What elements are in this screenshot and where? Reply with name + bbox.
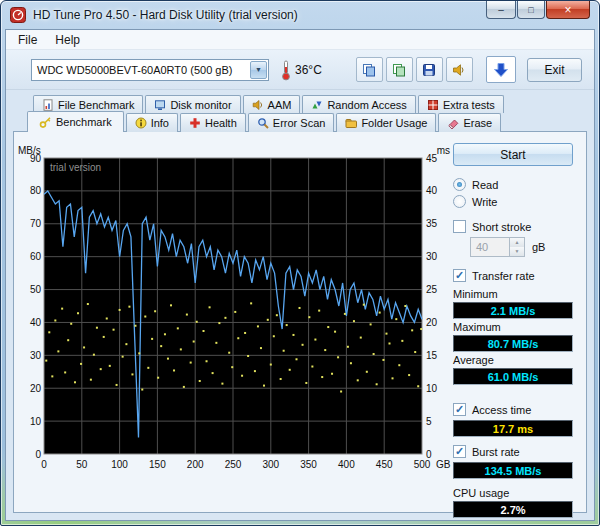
access-time-dot [125,343,127,345]
tab-aam[interactable]: AAM [243,95,301,113]
cpu-usage-value: 2.7% [453,501,573,518]
svg-text:20: 20 [30,383,42,394]
access-time-dot [106,317,108,319]
chevron-down-icon[interactable]: ▼ [250,61,267,79]
tab-disk-monitor[interactable]: Disk monitor [145,95,240,113]
access-time-dot [331,373,333,375]
maximize-button[interactable]: □ [517,1,545,19]
svg-text:350: 350 [300,459,317,470]
close-button[interactable]: × [546,1,590,19]
disk-monitor-icon [154,99,166,111]
transfer-rate-checkbox[interactable]: ✓ [453,269,466,282]
tab-label: Health [205,117,237,129]
copy-image-button[interactable] [356,57,383,82]
access-time-dot [286,324,288,326]
burst-rate-label: Burst rate [472,446,520,458]
access-time-dot [221,383,223,385]
short-stroke-unit: gB [532,241,545,253]
menu-file[interactable]: File [9,32,46,48]
svg-text:30: 30 [30,350,42,361]
folder-icon [345,117,357,129]
access-time-dot [54,319,56,321]
access-time-dot [164,333,166,335]
read-radio[interactable] [453,178,466,191]
access-time-dot [45,360,47,362]
random-access-icon [311,99,323,111]
average-label: Average [453,354,581,367]
access-time-dot [144,316,146,318]
exit-button[interactable]: Exit [527,58,582,82]
access-time-dot [337,356,339,358]
svg-text:30: 30 [426,251,438,262]
tab-label: Info [151,117,169,129]
svg-text:0: 0 [426,449,432,460]
drive-select-combobox[interactable]: WDC WD5000BEVT-60A0RT0 (500 gB) ▼ [31,59,269,81]
health-cross-icon [189,117,201,129]
svg-text:200: 200 [187,459,204,470]
svg-text:40: 40 [30,317,42,328]
read-label: Read [472,179,498,191]
temperature-indicator: 36°C [280,59,322,81]
temperature-value: 36°C [295,63,322,77]
access-time-dot [218,322,220,324]
transfer-rate-label: Transfer rate [472,270,535,282]
tab-folder-usage[interactable]: Folder Usage [336,113,436,132]
access-time-dot [237,337,239,339]
maximum-label: Maximum [453,321,581,334]
access-time-dot [247,355,249,357]
access-time-dot [363,304,365,306]
svg-text:35: 35 [426,218,438,229]
spin-down-button[interactable]: ▼ [510,247,524,256]
svg-text:400: 400 [338,459,355,470]
acoustic-button[interactable] [446,57,473,82]
access-time-dot [186,314,188,316]
burst-rate-checkbox[interactable]: ✓ [453,445,466,458]
tab-error-scan[interactable]: Error Scan [248,113,335,132]
write-radio[interactable] [453,195,466,208]
tab-strip: File Benchmark Disk monitor AAM [6,90,594,132]
access-time-dot [360,337,362,339]
tab-label: Benchmark [56,116,112,128]
access-time-dot [388,342,390,344]
minimize-button[interactable]: – [486,1,516,19]
access-time-dot [203,330,205,332]
tab-label: AAM [268,99,292,111]
svg-text:50: 50 [76,459,88,470]
access-time-dot [392,377,394,379]
tab-random-access[interactable]: Random Access [302,95,415,113]
start-button[interactable]: Start [453,143,573,166]
short-stroke-checkbox[interactable] [453,220,466,233]
tab-health[interactable]: Health [180,113,246,132]
access-time-dot [199,380,201,382]
access-time-dot [244,332,246,334]
access-time-dot [398,364,400,366]
tab-info[interactable]: Info [126,113,178,132]
access-time-dot [340,391,342,393]
svg-text:40: 40 [426,185,438,196]
save-screenshot-button[interactable] [416,57,443,82]
menu-help[interactable]: Help [46,32,89,48]
access-time-dot [57,350,59,352]
access-time-dot [212,372,214,374]
spin-up-button[interactable]: ▲ [510,238,524,247]
app-icon [10,7,26,23]
access-time-value: 17.7 ms [453,420,573,437]
access-time-dot [302,344,304,346]
access-time-dot [311,366,313,368]
access-time-dot [215,342,217,344]
access-time-checkbox[interactable]: ✓ [453,403,466,416]
access-time-dot [116,384,118,386]
access-time-dot [224,317,226,319]
access-time-dot [122,356,124,358]
average-value: 61.0 MB/s [453,368,573,385]
tab-benchmark[interactable]: Benchmark [27,111,124,132]
burst-rate-value: 134.5 MB/s [453,462,573,479]
access-time-dot [314,339,316,341]
short-stroke-size-input[interactable]: 40 [470,237,510,257]
copy-text-button[interactable] [386,57,413,82]
update-button[interactable] [486,56,516,83]
tab-extra-tests[interactable]: Extra tests [418,95,504,113]
tab-erase[interactable]: Erase [438,113,501,132]
access-time-dot [357,379,359,381]
access-time-dot [138,352,140,354]
